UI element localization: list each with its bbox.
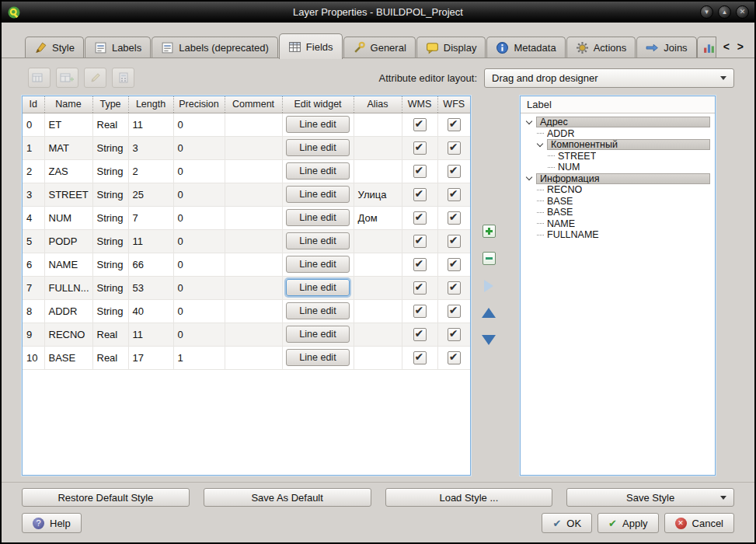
cell-comment[interactable]: [225, 229, 282, 253]
cell-alias[interactable]: [354, 253, 402, 276]
cell-comment[interactable]: [225, 159, 282, 183]
column-header-edit-widget[interactable]: Edit widget: [282, 96, 354, 113]
column-header-length[interactable]: Length: [128, 96, 173, 113]
cell-type[interactable]: Real: [92, 323, 128, 346]
field-calculator-button[interactable]: [112, 68, 134, 88]
cell-id[interactable]: 9: [23, 323, 44, 346]
field-row[interactable]: 1MATString30Line edit✔✔: [23, 136, 470, 159]
cell-id[interactable]: 7: [23, 276, 44, 299]
wfs-checkbox[interactable]: ✔: [448, 328, 461, 341]
toggle-editing-button[interactable]: [28, 68, 51, 88]
wms-checkbox[interactable]: ✔: [413, 328, 427, 341]
cell-id[interactable]: 8: [23, 299, 44, 323]
cell-name[interactable]: BASE: [44, 346, 92, 369]
cell-name[interactable]: ET: [44, 113, 92, 136]
cell-comment[interactable]: [225, 299, 282, 323]
field-row[interactable]: 3STREETString250Line editУлица✔✔: [23, 183, 470, 206]
cell-name[interactable]: PODP: [44, 229, 92, 253]
cell-id[interactable]: 5: [23, 229, 44, 253]
tree-item[interactable]: ADDR: [523, 128, 712, 140]
cell-name[interactable]: ZAS: [44, 159, 92, 183]
cell-precision[interactable]: 0: [173, 299, 225, 323]
tab-general[interactable]: General: [343, 37, 416, 58]
tab-style[interactable]: Style: [25, 37, 84, 58]
add-field-to-layout-button[interactable]: [478, 276, 500, 296]
tab-diagrams-partial[interactable]: [697, 37, 716, 58]
move-up-button[interactable]: [478, 303, 500, 323]
cell-alias[interactable]: [354, 323, 402, 346]
cell-type[interactable]: String: [92, 183, 128, 206]
cell-comment[interactable]: [225, 206, 282, 229]
cell-id[interactable]: 1: [23, 136, 44, 159]
cell-length[interactable]: 40: [128, 299, 173, 323]
field-row[interactable]: 0ETReal110Line edit✔✔: [23, 113, 470, 136]
wms-checkbox[interactable]: ✔: [413, 141, 427, 155]
field-row[interactable]: 4NUMString70Line editДом✔✔: [23, 206, 470, 229]
remove-item-button[interactable]: [478, 249, 500, 269]
wfs-checkbox[interactable]: ✔: [448, 118, 461, 131]
tab-joins[interactable]: Joins: [636, 37, 696, 58]
cell-id[interactable]: 10: [23, 346, 44, 369]
field-row[interactable]: 9RECNOReal110Line edit✔✔: [23, 323, 470, 346]
tree-item[interactable]: NUM: [523, 162, 712, 173]
edit-widget-button[interactable]: Line edit: [286, 209, 350, 226]
cell-length[interactable]: 11: [128, 323, 173, 346]
cell-name[interactable]: RECNO: [44, 323, 92, 346]
wfs-checkbox[interactable]: ✔: [448, 305, 461, 318]
cell-name[interactable]: FULLN...: [44, 276, 92, 299]
cell-id[interactable]: 4: [23, 206, 44, 229]
cell-name[interactable]: ADDR: [44, 299, 92, 323]
add-container-button[interactable]: [478, 221, 500, 242]
cell-alias[interactable]: [354, 229, 402, 253]
wms-checkbox[interactable]: ✔: [413, 258, 427, 271]
cell-length[interactable]: 7: [128, 206, 173, 229]
cell-name[interactable]: NUM: [44, 206, 92, 229]
edit-widget-button[interactable]: Line edit: [286, 256, 350, 273]
cell-type[interactable]: String: [92, 206, 128, 229]
field-row[interactable]: 5PODPString110Line edit✔✔: [23, 229, 470, 253]
cell-alias[interactable]: [354, 346, 402, 369]
tab-scroll-right-button[interactable]: >: [737, 40, 744, 53]
edit-widget-button[interactable]: Line edit: [286, 279, 350, 296]
apply-button[interactable]: Apply: [597, 513, 658, 533]
cell-type[interactable]: String: [92, 159, 128, 183]
wfs-checkbox[interactable]: ✔: [448, 165, 461, 178]
new-field-button[interactable]: [56, 68, 78, 88]
cell-id[interactable]: 0: [23, 113, 44, 136]
cell-precision[interactable]: 0: [173, 229, 225, 253]
wms-checkbox[interactable]: ✔: [413, 118, 427, 131]
wms-checkbox[interactable]: ✔: [413, 351, 427, 364]
cancel-button[interactable]: Cancel: [664, 513, 734, 533]
column-header-wfs[interactable]: WFS: [437, 96, 470, 113]
wfs-checkbox[interactable]: ✔: [448, 188, 461, 201]
cell-type[interactable]: Real: [92, 346, 128, 369]
field-row[interactable]: 8ADDRString400Line edit✔✔: [23, 299, 470, 323]
edit-widget-button[interactable]: Line edit: [286, 162, 350, 180]
cell-type[interactable]: String: [92, 276, 128, 299]
tab-actions[interactable]: Actions: [566, 37, 636, 58]
title-bar[interactable]: Layer Properties - BUILDPOL_Project ▾ ▴ …: [2, 2, 754, 23]
expand-arrow-icon[interactable]: [537, 141, 543, 147]
edit-widget-button[interactable]: Line edit: [286, 139, 350, 156]
cell-type[interactable]: String: [92, 253, 128, 276]
cell-type[interactable]: String: [92, 299, 128, 323]
cell-precision[interactable]: 0: [173, 323, 225, 346]
restore-default-style-button[interactable]: Restore Default Style: [22, 488, 190, 507]
column-header-comment[interactable]: Comment: [225, 96, 282, 113]
field-row[interactable]: 2ZASString20Line edit✔✔: [23, 159, 470, 183]
column-header-wms[interactable]: WMS: [402, 96, 437, 113]
cell-precision[interactable]: 0: [173, 159, 225, 183]
cell-precision[interactable]: 0: [173, 183, 225, 206]
cell-id[interactable]: 3: [23, 183, 44, 206]
maximize-button[interactable]: ▴: [718, 5, 731, 19]
cell-type[interactable]: String: [92, 136, 128, 159]
column-header-precision[interactable]: Precision: [173, 96, 225, 113]
column-header-name[interactable]: Name: [44, 96, 92, 113]
cell-type[interactable]: Real: [92, 113, 128, 136]
help-button[interactable]: Help: [22, 513, 82, 533]
tab-labels[interactable]: Labels: [85, 37, 151, 58]
cell-length[interactable]: 17: [128, 346, 173, 369]
cell-alias[interactable]: [354, 136, 402, 159]
wms-checkbox[interactable]: ✔: [413, 281, 427, 295]
edit-widget-button[interactable]: Line edit: [286, 186, 350, 203]
